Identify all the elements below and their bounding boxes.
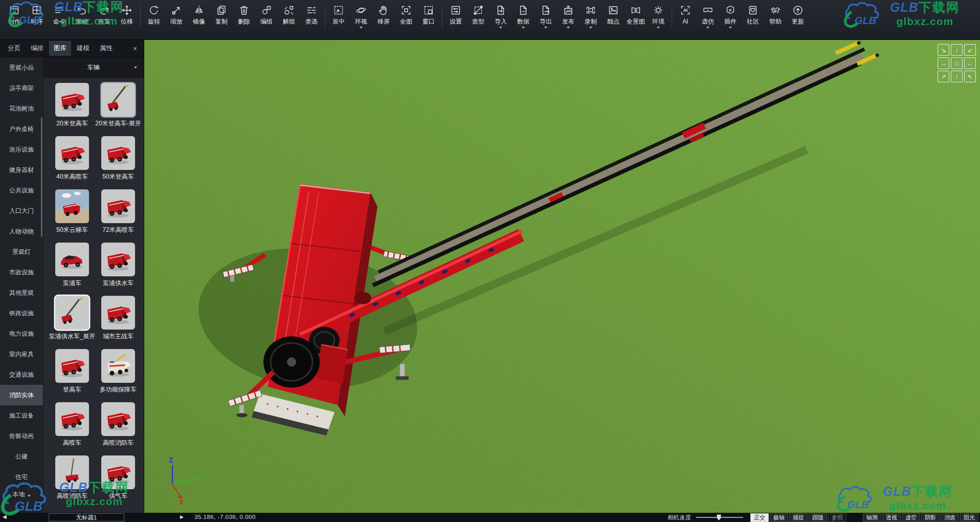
sidebar-item-category[interactable]: 户外桌椅 xyxy=(0,119,43,139)
list-item[interactable]: 高喷消防车 xyxy=(50,455,95,509)
toolbar-button-ai[interactable]: AIAI xyxy=(674,0,697,39)
toolbar-button-group[interactable]: 编组 xyxy=(255,0,278,39)
sidebar-item-category[interactable]: 入口大门 xyxy=(0,201,43,221)
list-item[interactable]: 多功能保障车 xyxy=(96,349,141,402)
toolbar-button-undo[interactable]: 撤销 xyxy=(71,0,93,39)
toolbar-button-environment[interactable]: 环境 xyxy=(647,0,670,39)
sidebar-item-category[interactable]: 人物动物 xyxy=(0,221,43,242)
sidebar-item-category[interactable]: 花池树池 xyxy=(0,98,43,119)
tab-图库[interactable]: 图库 xyxy=(49,41,71,56)
toolbar-button-command[interactable]: 命令 xyxy=(48,0,71,39)
slider-handle[interactable] xyxy=(717,514,721,520)
sidebar-item-category[interactable]: 景观灯 xyxy=(0,242,43,262)
toolbar-button-ungroup[interactable]: 解组 xyxy=(278,0,300,39)
sidebar-item-category[interactable]: 凉亭廊架 xyxy=(0,78,43,98)
toolbar-button-community[interactable]: 社区 xyxy=(742,0,764,39)
toggle-正交[interactable]: 正交 xyxy=(750,513,769,522)
viewport-3d-scene[interactable] xyxy=(144,40,980,513)
sidebar-item-category[interactable]: 铁路设施 xyxy=(0,303,43,323)
list-item[interactable]: 泵浦供水车_展开 xyxy=(50,296,95,349)
toolbar-button-publish[interactable]: 发布 xyxy=(557,0,580,39)
camera-nav-button[interactable]: ↑ xyxy=(951,71,963,82)
toolbar-button-window[interactable]: 窗口 xyxy=(417,0,440,39)
sidebar-item-category[interactable]: 市政设施 xyxy=(0,262,43,282)
sidebar-item-category[interactable]: 消防实体 xyxy=(0,385,43,405)
list-item[interactable]: 40米高喷车 xyxy=(50,136,95,189)
list-item[interactable]: 泵浦供水车 xyxy=(96,243,141,296)
list-item[interactable]: 20米登高车 xyxy=(50,83,95,136)
list-item[interactable]: 72米高喷车 xyxy=(96,189,141,243)
list-item[interactable]: 供气车 xyxy=(96,455,141,509)
toolbar-button-center[interactable]: 居中 xyxy=(327,0,350,39)
toolbar-button-viewpoint[interactable]: 靓点 xyxy=(602,0,625,39)
toolbar-button-scale[interactable]: 缩放 xyxy=(165,0,188,39)
sidebar-item-category[interactable]: 电力设施 xyxy=(0,323,43,344)
toolbar-button-panorama[interactable]: 全景图 xyxy=(625,0,647,39)
panel-close-icon[interactable]: × xyxy=(129,44,141,53)
list-item[interactable]: 50米登高车 xyxy=(96,136,141,189)
list-item[interactable]: 高喷消防车 xyxy=(96,402,141,455)
toolbar-button-record[interactable]: 录制 xyxy=(580,0,602,39)
toolbar-button-pan[interactable]: 移屏 xyxy=(372,0,395,39)
toggle-阻光[interactable]: 阻光 xyxy=(960,513,978,522)
sidebar-item-category[interactable]: 游乐设施 xyxy=(0,139,43,160)
camera-nav-button[interactable]: ↙ xyxy=(964,44,976,56)
sidebar-item-category[interactable]: 室内家具 xyxy=(0,344,43,364)
camera-nav-button[interactable]: ← xyxy=(964,57,976,69)
toolbar-button-create[interactable]: 创作 xyxy=(3,0,26,39)
tab-分页[interactable]: 分页 xyxy=(3,41,25,56)
sidebar-item-category[interactable]: 交通设施 xyxy=(0,364,43,385)
sidebar-item-category[interactable]: 健身器材 xyxy=(0,160,43,180)
toggle-捕捉[interactable]: 捕捉 xyxy=(789,513,808,522)
toggle-虚空[interactable]: 虚空 xyxy=(902,513,920,522)
camera-nav-button[interactable]: ↖ xyxy=(964,71,976,82)
list-item[interactable]: 20米登高车-展开 xyxy=(96,83,141,136)
list-item[interactable]: 高喷车 xyxy=(50,402,95,455)
sidebar-item-category[interactable]: 住宅 xyxy=(0,467,43,487)
sidebar-item-category[interactable]: 景观小品 xyxy=(0,57,43,78)
camera-nav-button[interactable]: ↗ xyxy=(938,71,949,82)
sidebar-item-category[interactable]: 施工设备 xyxy=(0,405,43,426)
toggle-跟随[interactable]: 跟随 xyxy=(809,513,827,522)
toolbar-button-modeling[interactable]: 造型 xyxy=(467,0,489,39)
camera-nav-button[interactable]: → xyxy=(938,57,949,69)
toolbar-button-fit[interactable]: 全图 xyxy=(395,0,417,39)
sidebar-item-category[interactable]: 公共设施 xyxy=(0,180,43,201)
toolbar-button-export[interactable]: 导出 xyxy=(534,0,557,39)
toggle-极轴[interactable]: 极轴 xyxy=(770,513,788,522)
toggle-轴测[interactable]: 轴测 xyxy=(863,513,881,522)
list-item[interactable]: 泵浦车 xyxy=(50,243,95,296)
toolbar-button-trash[interactable]: 删除 xyxy=(233,0,255,39)
3d-viewport[interactable]: ↘↓↙→□←↗↑↖ Z Y X xyxy=(144,40,980,513)
toolbar-button-typesel[interactable]: 类选 xyxy=(300,0,323,39)
toolbar-button-vr[interactable]: 虚仿 xyxy=(697,0,719,39)
camera-nav-button[interactable]: ↓ xyxy=(951,44,963,56)
library-category-dropdown[interactable]: 车辆 xyxy=(43,57,144,78)
toolbar-button-import[interactable]: 导入 xyxy=(489,0,512,39)
tab-属性[interactable]: 属性 xyxy=(95,41,117,56)
tab-建模[interactable]: 建模 xyxy=(72,41,94,56)
toolbar-button-plugin[interactable]: P插件 xyxy=(719,0,742,39)
camera-nav-button[interactable]: □ xyxy=(951,57,963,69)
prev-tab-arrow[interactable]: ◀ xyxy=(3,514,7,519)
toolbar-button-orbit[interactable]: 环视 xyxy=(350,0,372,39)
toolbar-button-settings[interactable]: 设置 xyxy=(444,0,467,39)
toolbar-button-mirror[interactable]: 镜像 xyxy=(188,0,210,39)
sidebar-item-category[interactable]: 其他景观 xyxy=(0,282,43,303)
toggle-阴影[interactable]: 阴影 xyxy=(921,513,940,522)
list-item[interactable]: 50米云梯车 xyxy=(50,189,95,243)
document-tab[interactable]: 无标题1 xyxy=(49,513,124,521)
toolbar-button-update[interactable]: 更新 xyxy=(787,0,809,39)
toolbar-button-rotate[interactable]: 旋转 xyxy=(143,0,165,39)
toggle-透视[interactable]: 透视 xyxy=(882,513,901,522)
tab-编排[interactable]: 编排 xyxy=(26,41,48,56)
sidebar-item-local[interactable]: 本地 xyxy=(0,490,43,499)
sidebar-item-category[interactable]: 公建 xyxy=(0,446,43,467)
camera-nav-button[interactable]: ↘ xyxy=(938,44,949,56)
list-item[interactable]: 登高车 xyxy=(50,349,95,402)
toolbar-button-redo[interactable]: 恢复 xyxy=(93,0,116,39)
toolbar-button-help[interactable]: 帮助 xyxy=(764,0,787,39)
toolbar-button-move[interactable]: 位移 xyxy=(116,0,138,39)
sidebar-item-category[interactable]: 骨骼动画 xyxy=(0,426,43,446)
toolbar-button-timeline[interactable]: 时序 xyxy=(26,0,48,39)
